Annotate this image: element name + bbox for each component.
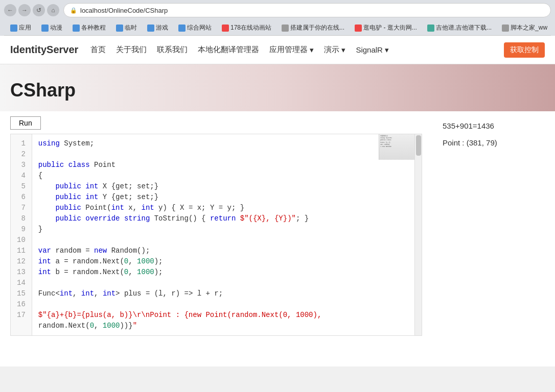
page-header: CSharp: [0, 64, 555, 111]
bookmark-composite[interactable]: 综合网站: [176, 22, 214, 33]
line-numbers: 1 2 3 4 5 6 7 8 9 10 11 12 13 14 15 16 1…: [11, 134, 32, 335]
bookmark-guitar[interactable]: 吉他谱,吉他谱下载...: [425, 22, 494, 33]
chevron-down-icon-1: ▾: [310, 45, 314, 55]
code-editor-area: Run 创建随机点using System;public classPoint …: [0, 111, 432, 366]
cta-button[interactable]: 获取控制: [504, 42, 545, 58]
address-bar[interactable]: 🔒 localhost/OnlineCode/CSharp: [63, 3, 551, 17]
code-line-4: {: [38, 170, 415, 181]
code-line-11: var random = new Random();: [38, 246, 415, 256]
code-content[interactable]: using System; public class Point { publi…: [32, 134, 422, 335]
bookmark-games[interactable]: 游戏: [145, 22, 170, 33]
mini-preview: 创建随机点using System;public classPoint {X,Y…: [379, 134, 414, 160]
code-line-7: public Point(int x, int y) { X = x; Y = …: [38, 203, 415, 213]
nav-signalr[interactable]: SignalR ▾: [356, 45, 389, 55]
code-line-15: Func<int, int, int> plus = (l, r) => l +…: [38, 288, 415, 299]
code-line-14: [38, 278, 415, 288]
bookmark-temp[interactable]: 临时: [114, 22, 139, 33]
code-line-8: public override string ToString() { retu…: [38, 213, 415, 224]
scrollbar[interactable]: [414, 134, 422, 335]
site-icon-2: [282, 24, 289, 32]
output-point: Point : (381, 79): [443, 138, 545, 147]
code-container: 创建随机点using System;public classPoint {X,Y…: [10, 134, 422, 336]
site-icon-3: [355, 24, 362, 32]
forward-button[interactable]: →: [18, 4, 31, 16]
nav-app-manager[interactable]: 应用管理器 ▾: [269, 45, 314, 55]
browser-toolbar: ← → ↺ ⌂ 🔒 localhost/OnlineCode/CSharp: [4, 3, 551, 17]
lock-icon: 🔒: [70, 7, 77, 14]
page-title: CSharp: [10, 75, 545, 106]
browser-chrome: ← → ↺ ⌂ 🔒 localhost/OnlineCode/CSharp 应用…: [0, 0, 555, 36]
site-icon-5: [502, 24, 509, 32]
output-area: 535+901=1436 Point : (381, 79): [432, 111, 555, 366]
code-line-2: [38, 149, 415, 160]
bookmark-elv[interactable]: 逛电驴 - 逛大街网...: [353, 22, 419, 33]
site-icon-1: [222, 24, 229, 32]
bookmark-setup[interactable]: 搭建属于你的在线...: [280, 22, 346, 33]
chevron-down-icon-3: ▾: [385, 45, 389, 55]
nav-localize[interactable]: 本地化翻译管理器: [198, 45, 259, 55]
code-line-13: int b = random.Next(0, 1000);: [38, 267, 415, 278]
folder-icon-4: [147, 24, 154, 32]
code-line-12: int a = random.Next(0, 1000);: [38, 256, 415, 267]
bookmark-dongman[interactable]: 动漫: [39, 22, 64, 33]
apps-icon: [10, 24, 17, 32]
main-layout: Run 创建随机点using System;public classPoint …: [0, 111, 555, 366]
refresh-button[interactable]: ↺: [33, 4, 45, 16]
bookmarks-bar: 应用 动漫 各种教程 临时 游戏 综合网站 178在线动画站 搭建属于你的在线: [4, 20, 551, 36]
nav-home[interactable]: 首页: [90, 45, 106, 55]
code-line-6: public int Y {get; set;}: [38, 192, 415, 203]
folder-icon: [41, 24, 49, 32]
run-button[interactable]: Run: [10, 116, 41, 130]
nav-contact[interactable]: 联系我们: [157, 45, 188, 55]
folder-icon-5: [178, 24, 186, 32]
code-line-5: public int X {get; set;}: [38, 181, 415, 192]
mini-preview-content: 创建随机点using System;public classPoint {X,Y…: [379, 134, 414, 149]
code-line-9: }: [38, 224, 415, 235]
code-line-3: public class Point: [38, 160, 415, 170]
nav-demo[interactable]: 演示 ▾: [324, 45, 345, 55]
scrollbar-thumb[interactable]: [416, 135, 421, 156]
code-line-16: [38, 299, 415, 310]
navbar-brand[interactable]: IdentityServer: [10, 44, 78, 56]
bookmark-script[interactable]: 脚本之家_ww: [500, 22, 549, 33]
bookmark-tutorials[interactable]: 各种教程: [71, 22, 108, 33]
bookmark-apps[interactable]: 应用: [8, 22, 33, 33]
chevron-down-icon-2: ▾: [341, 45, 345, 55]
navbar-links: 首页 关于我们 联系我们 本地化翻译管理器 应用管理器 ▾ 演示 ▾ Signa…: [90, 45, 492, 55]
url-text: localhost/OnlineCode/CSharp: [80, 7, 168, 14]
nav-buttons: ← → ↺ ⌂: [4, 4, 59, 16]
output-result: 535+901=1436: [443, 121, 545, 130]
folder-icon-2: [73, 24, 80, 32]
code-line-10: [38, 235, 415, 246]
back-button[interactable]: ←: [4, 4, 16, 16]
site-icon-4: [427, 24, 434, 32]
home-button[interactable]: ⌂: [47, 4, 59, 16]
code-line-17b: random.Next(0, 1000))}": [38, 321, 415, 331]
nav-about[interactable]: 关于我们: [116, 45, 147, 55]
code-line-1: using System;: [38, 138, 415, 149]
folder-icon-3: [116, 24, 123, 32]
bookmark-animation[interactable]: 178在线动画站: [220, 22, 273, 33]
code-line-17: $"{a}+{b}={plus(a, b)}\r\nPoint : {new P…: [38, 310, 415, 321]
navbar: IdentityServer 首页 关于我们 联系我们 本地化翻译管理器 应用管…: [0, 36, 555, 64]
